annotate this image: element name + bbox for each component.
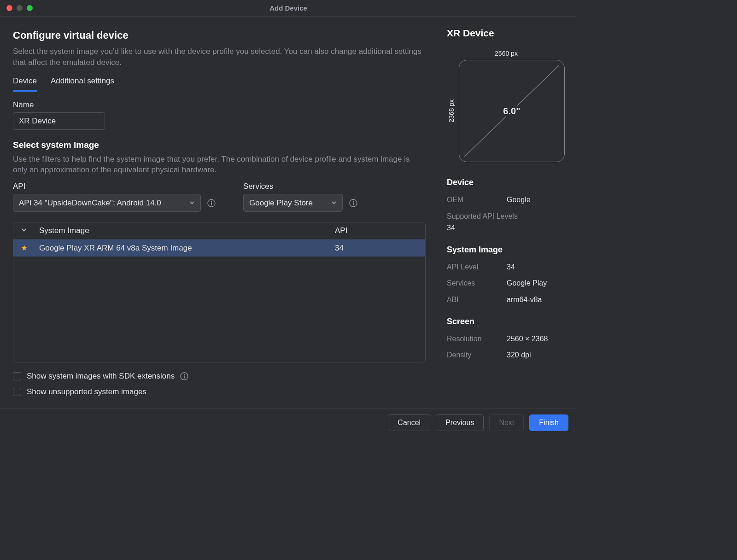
sdk-extensions-checkbox-row: Show system images with SDK extensions (13, 372, 426, 381)
services-dropdown-value: Google Play Store (249, 198, 313, 208)
dialog-footer: Cancel Previous Next Finish (0, 408, 577, 437)
spec-resolution: Resolution 2560 × 2368 (447, 333, 566, 345)
select-image-title: Select system image (13, 140, 426, 150)
minimize-window-button[interactable] (17, 5, 23, 11)
dialog-window: Add Device Configure virtual device Sele… (0, 0, 577, 437)
spec-api-level: API Level 34 (447, 261, 566, 273)
page-title: Configure virtual device (13, 29, 426, 41)
spec-oem-key: OEM (447, 194, 507, 206)
page-subtitle: Select the system image you'd like to us… (13, 46, 426, 68)
api-filter: API API 34 "UpsideDownCake"; Android 14.… (13, 182, 216, 212)
api-filter-label: API (13, 182, 216, 191)
select-image-subtitle: Use the filters to help find the system … (13, 154, 426, 176)
sdk-extensions-info-icon[interactable] (180, 372, 188, 380)
unsupported-label: Show unsupported system images (27, 387, 146, 397)
col-system-image[interactable]: System Image (39, 226, 335, 235)
svg-rect-8 (184, 376, 185, 379)
spec-density: Density 320 dpi (447, 349, 566, 361)
preview-diagonal-size: 6.0" (500, 106, 523, 117)
spec-api-level-val: 34 (507, 261, 515, 273)
finish-button[interactable]: Finish (529, 414, 568, 431)
chevron-down-icon (331, 198, 337, 208)
previous-button[interactable]: Previous (436, 414, 484, 431)
svg-point-7 (184, 374, 185, 375)
svg-point-4 (353, 201, 354, 202)
tab-device[interactable]: Device (13, 76, 37, 92)
tab-additional-settings[interactable]: Additional settings (51, 76, 114, 92)
services-filter: Services Google Play Store (243, 182, 357, 212)
name-field-group: Name (13, 100, 426, 130)
services-filter-label: Services (243, 182, 357, 191)
system-image-table: System Image API ★ Google Play XR ARM 64… (13, 222, 426, 362)
spec-services-val: Google Play (507, 277, 547, 289)
device-name-input[interactable] (13, 112, 105, 130)
device-preview: 2560 px 2368 px 6.0" (447, 50, 566, 162)
chevron-down-icon (189, 198, 195, 208)
sdk-extensions-label: Show system images with SDK extensions (27, 372, 175, 381)
sidebar-title: XR Device (447, 28, 566, 39)
window-controls (6, 5, 33, 11)
preview-width-label: 2560 px (495, 50, 518, 57)
table-row[interactable]: ★ Google Play XR ARM 64 v8a System Image… (13, 239, 425, 257)
row-api: 34 (335, 244, 418, 253)
collapse-toggle-icon[interactable] (21, 226, 39, 235)
sdk-extensions-checkbox[interactable] (13, 372, 21, 380)
details-sidebar: XR Device 2560 px 2368 px 6.0" Device OE… (439, 17, 577, 408)
spec-oem-val: Google (507, 194, 531, 206)
close-window-button[interactable] (6, 5, 12, 11)
spec-abi-val: arm64-v8a (507, 294, 542, 306)
spec-services-key: Services (447, 277, 507, 289)
spec-api-level-key: API Level (447, 261, 507, 273)
services-info-icon[interactable] (349, 199, 357, 207)
recommended-star-icon: ★ (21, 243, 39, 253)
cancel-button[interactable]: Cancel (388, 414, 430, 431)
window-title: Add Device (0, 4, 577, 12)
unsupported-checkbox[interactable] (13, 388, 21, 396)
spec-supported-api: Supported API Levels 34 (447, 210, 566, 234)
spec-density-key: Density (447, 349, 507, 361)
zoom-window-button[interactable] (27, 5, 33, 11)
preview-height-label: 2368 px (448, 99, 455, 122)
name-label: Name (13, 100, 426, 110)
preview-rect: 6.0" (459, 60, 565, 162)
spec-resolution-val: 2560 × 2368 (507, 333, 548, 345)
svg-rect-5 (353, 202, 354, 205)
col-api[interactable]: API (335, 226, 418, 235)
main-panel: Configure virtual device Select the syst… (0, 17, 439, 408)
spec-resolution-key: Resolution (447, 333, 507, 345)
spec-density-val: 320 dpi (507, 349, 531, 361)
filter-row: API API 34 "UpsideDownCake"; Android 14.… (13, 182, 426, 212)
sysimage-section-heading: System Image (447, 245, 566, 255)
tab-bar: Device Additional settings (13, 76, 426, 92)
spec-supported-api-val: 34 (447, 222, 566, 234)
spec-oem: OEM Google (447, 194, 566, 206)
svg-point-1 (211, 201, 212, 202)
screen-section-heading: Screen (447, 317, 566, 327)
spec-services: Services Google Play (447, 277, 566, 289)
table-header: System Image API (13, 222, 425, 239)
api-dropdown[interactable]: API 34 "UpsideDownCake"; Android 14.0 (13, 194, 201, 212)
unsupported-checkbox-row: Show unsupported system images (13, 387, 426, 397)
spec-abi-key: ABI (447, 294, 507, 306)
dialog-body: Configure virtual device Select the syst… (0, 17, 577, 408)
next-button: Next (489, 414, 524, 431)
spec-supported-api-key: Supported API Levels (447, 212, 518, 220)
spec-abi: ABI arm64-v8a (447, 294, 566, 306)
services-dropdown[interactable]: Google Play Store (243, 194, 343, 212)
row-image-name: Google Play XR ARM 64 v8a System Image (39, 244, 335, 253)
device-section-heading: Device (447, 178, 566, 187)
api-dropdown-value: API 34 "UpsideDownCake"; Android 14.0 (19, 198, 161, 208)
svg-rect-2 (211, 202, 212, 205)
titlebar[interactable]: Add Device (0, 0, 577, 17)
api-info-icon[interactable] (207, 199, 216, 207)
